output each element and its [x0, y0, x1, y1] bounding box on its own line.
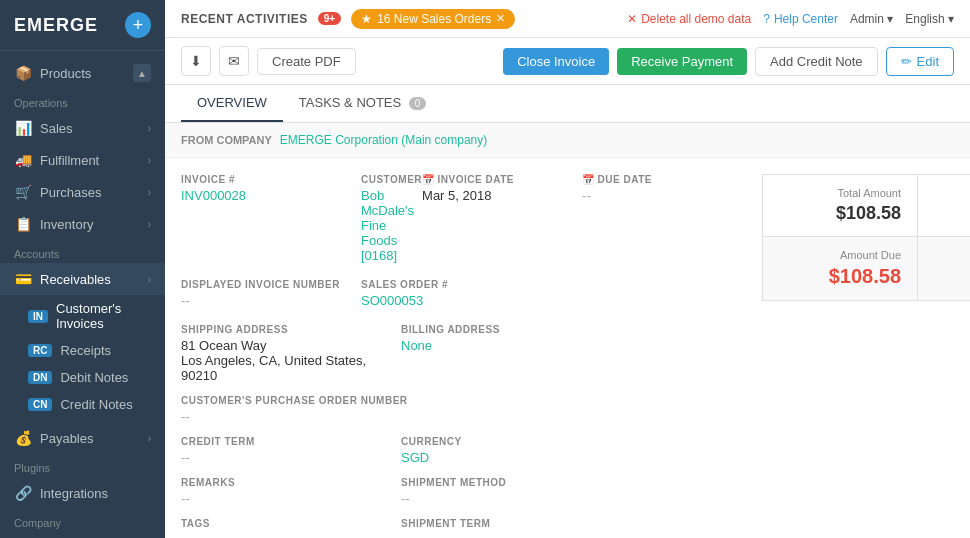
receivables-chevron: ›	[148, 274, 151, 285]
credit-term-label: CREDIT TERM	[181, 436, 401, 447]
amount-due-value: $108.58	[779, 265, 901, 288]
delete-demo-link[interactable]: ✕ Delete all demo data	[627, 12, 751, 26]
from-company-bar: FROM COMPANY EMERGE Corporation (Main co…	[165, 123, 970, 158]
sidebar-item-receivables[interactable]: 💳 Receivables ›	[0, 263, 165, 295]
billing-address-field: BILLING ADDRESS None	[401, 324, 742, 383]
receive-payment-button[interactable]: Receive Payment	[617, 48, 747, 75]
sidebar-sub-debit-notes[interactable]: DN Debit Notes	[0, 364, 165, 391]
amounts-panel: Total Amount $108.58 Total Received $0.0…	[762, 174, 970, 538]
receipts-badge: RC	[28, 344, 52, 357]
tasks-count-badge: 0	[409, 97, 427, 110]
shipment-method-label: SHIPMENT METHOD	[401, 477, 742, 488]
invoice-row-6: REMARKS -- SHIPMENT METHOD --	[181, 477, 742, 506]
logo-text: EMERGE	[14, 15, 98, 36]
accounts-section-label: Accounts	[0, 240, 165, 263]
company-section-label: Company	[0, 509, 165, 532]
sidebar-item-fulfillment-label: Fulfillment	[40, 153, 140, 168]
close-invoice-button[interactable]: Close Invoice	[503, 48, 609, 75]
receivables-icon: 💳	[14, 270, 32, 288]
sidebar-item-fulfillment[interactable]: 🚚 Fulfillment ›	[0, 144, 165, 176]
help-center-link[interactable]: ? Help Center	[763, 12, 838, 26]
add-credit-note-button[interactable]: Add Credit Note	[755, 47, 878, 76]
sales-order-label: SALES ORDER #	[361, 279, 742, 290]
invoice-number-label: INVOICE #	[181, 174, 361, 185]
admin-menu[interactable]: Admin ▾	[850, 12, 893, 26]
customer-value[interactable]: Bob McDale's Fine Foods [0168]	[361, 188, 422, 263]
amount-due-label: Amount Due	[779, 249, 901, 261]
topbar-right: ✕ Delete all demo data ? Help Center Adm…	[627, 12, 954, 26]
remarks-field: REMARKS --	[181, 477, 401, 506]
edit-button[interactable]: ✏ Edit	[886, 47, 954, 76]
invoice-date-value: Mar 5, 2018	[422, 188, 582, 203]
sidebar-item-integrations[interactable]: 🔗 Integrations	[0, 477, 165, 509]
topbar: RECENT ACTIVITIES 9+ ★ 16 New Sales Orde…	[165, 0, 970, 38]
due-date-field: 📅 DUE DATE --	[582, 174, 742, 263]
currency-field: CURRENCY SGD	[401, 436, 742, 465]
tags-field: TAGS --	[181, 518, 401, 538]
add-button[interactable]: +	[125, 12, 151, 38]
download-button[interactable]: ⬇	[181, 46, 211, 76]
shipment-term-value: --	[401, 532, 742, 538]
sidebar-item-company-settings[interactable]: ⚙️ Company Settings	[0, 532, 165, 538]
invoice-row-7: TAGS -- SHIPMENT TERM --	[181, 518, 742, 538]
purchases-chevron: ›	[148, 187, 151, 198]
x-icon: ✕	[627, 12, 637, 26]
language-menu[interactable]: English ▾	[905, 12, 954, 26]
sales-chevron: ›	[148, 123, 151, 134]
total-received-cell: Total Received $0.00	[917, 175, 970, 236]
sales-orders-badge[interactable]: ★ 16 New Sales Orders ✕	[351, 9, 515, 29]
sidebar-item-payables[interactable]: 💰 Payables ›	[0, 422, 165, 454]
sidebar-nav: 📦 Products ▲ Operations 📊 Sales › 🚚 Fulf…	[0, 51, 165, 538]
total-amount-value: $108.58	[779, 203, 901, 224]
total-amount-label: Total Amount	[779, 187, 901, 199]
sidebar-sub-customer-invoices[interactable]: IN Customer's Invoices	[0, 295, 165, 337]
calendar-due-icon: 📅	[582, 174, 595, 185]
invoice-row-2: DISPLAYED INVOICE NUMBER -- SALES ORDER …	[181, 279, 742, 308]
tab-overview[interactable]: OVERVIEW	[181, 85, 283, 122]
invoice-date-field: 📅 INVOICE DATE Mar 5, 2018	[422, 174, 582, 263]
payables-icon: 💰	[14, 429, 32, 447]
sidebar-item-inventory[interactable]: 📋 Inventory ›	[0, 208, 165, 240]
sidebar-item-purchases[interactable]: 🛒 Purchases ›	[0, 176, 165, 208]
invoice-number-value[interactable]: INV000028	[181, 188, 361, 203]
sidebar-sub-receipts[interactable]: RC Receipts	[0, 337, 165, 364]
days-overdue-cell: Days Overdue --	[917, 237, 970, 300]
email-button[interactable]: ✉	[219, 46, 249, 76]
calendar-icon: 📅	[422, 174, 435, 185]
tab-tasks-notes[interactable]: TASKS & NOTES 0	[283, 85, 443, 122]
star-icon: ★	[361, 12, 372, 26]
sidebar-item-products-label: Products	[40, 66, 125, 81]
invoice-date-label: 📅 INVOICE DATE	[422, 174, 582, 185]
notification-badge: 9+	[318, 12, 341, 25]
plugins-section-label: Plugins	[0, 454, 165, 477]
purchase-order-value: --	[181, 409, 742, 424]
shipping-address-field: SHIPPING ADDRESS 81 Ocean Way Los Angele…	[181, 324, 401, 383]
collapse-products-btn[interactable]: ▲	[133, 64, 151, 82]
sidebar-item-sales[interactable]: 📊 Sales ›	[0, 112, 165, 144]
displayed-invoice-field: DISPLAYED INVOICE NUMBER --	[181, 279, 361, 308]
close-badge-icon[interactable]: ✕	[496, 12, 505, 25]
debit-notes-badge: DN	[28, 371, 52, 384]
sales-order-value[interactable]: SO000053	[361, 293, 742, 308]
main-content: RECENT ACTIVITIES 9+ ★ 16 New Sales Orde…	[165, 0, 970, 538]
invoice-details: INVOICE # INV000028 CUSTOMER Bob McDale'…	[165, 158, 970, 538]
edit-icon: ✏	[901, 54, 912, 69]
sidebar-item-integrations-label: Integrations	[40, 486, 151, 501]
customer-invoices-badge: IN	[28, 310, 48, 323]
shipment-method-value: --	[401, 491, 742, 506]
invoice-number-field: INVOICE # INV000028	[181, 174, 361, 263]
sidebar-sub-credit-notes[interactable]: CN Credit Notes	[0, 391, 165, 418]
sidebar-item-products[interactable]: 📦 Products ▲	[0, 57, 165, 89]
billing-address-value[interactable]: None	[401, 338, 742, 353]
products-icon: 📦	[14, 64, 32, 82]
from-company-link[interactable]: EMERGE Corporation (Main company)	[280, 133, 487, 147]
sidebar-item-inventory-label: Inventory	[40, 217, 140, 232]
currency-value[interactable]: SGD	[401, 450, 742, 465]
toolbar: ⬇ ✉ Create PDF Close Invoice Receive Pay…	[165, 38, 970, 85]
inventory-icon: 📋	[14, 215, 32, 233]
customer-field: CUSTOMER Bob McDale's Fine Foods [0168]	[361, 174, 422, 263]
sales-badge-label: 16 New Sales Orders	[377, 12, 491, 26]
shipment-term-field: SHIPMENT TERM --	[401, 518, 742, 538]
create-pdf-button[interactable]: Create PDF	[257, 48, 356, 75]
customer-invoices-label: Customer's Invoices	[56, 301, 151, 331]
